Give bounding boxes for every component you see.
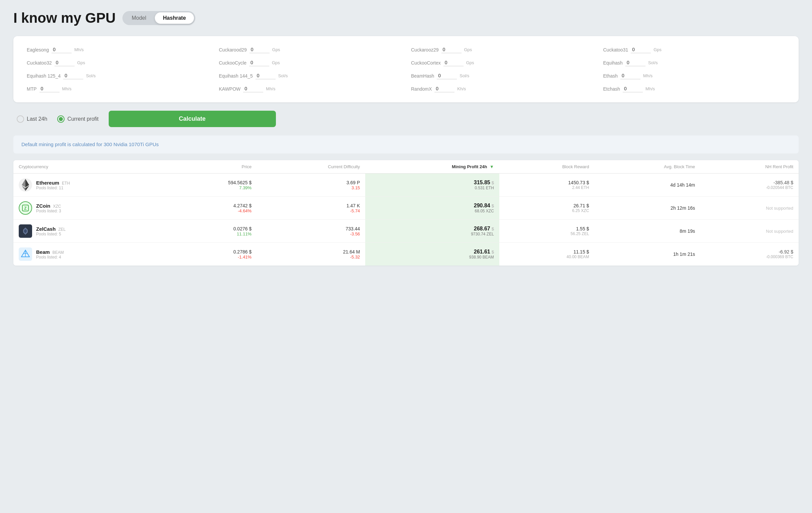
price-main: 594.5625 $	[176, 180, 252, 185]
last24h-radio-outer[interactable]	[17, 115, 24, 123]
calculate-button[interactable]: Calculate	[109, 111, 276, 127]
price-main: 0.0276 $	[176, 226, 252, 231]
model-toggle-btn[interactable]: Model	[124, 12, 154, 24]
hashrate-input-beamhash[interactable]	[437, 72, 457, 79]
hashrate-unit: Mh/s	[62, 86, 71, 91]
block-sub: 6.25 XZC	[505, 208, 589, 213]
hashrate-unit: Kh/s	[457, 86, 466, 91]
hashrate-item: Equihash 144_5 Sol/s	[219, 72, 401, 79]
svg-text:Z: Z	[24, 206, 26, 211]
block-reward-cell: 26.71 $ 6.25 XZC	[499, 197, 594, 220]
hashrate-unit: Gps	[466, 60, 474, 65]
hashrate-unit: Sol/s	[86, 73, 96, 78]
col-price: Price	[170, 160, 257, 174]
current-profit-radio-outer[interactable]	[57, 115, 64, 123]
block-time-cell: 1h 1m 21s	[594, 243, 700, 266]
zcoin-icon: Z	[19, 201, 32, 215]
hashrate-label: Equihash 144_5	[219, 73, 253, 79]
current-profit-radio[interactable]: Current profit	[57, 115, 98, 123]
coin-name: ZCoin	[36, 203, 51, 209]
nh-profit-cell: Not supported	[700, 197, 799, 220]
hashrate-input-randomx[interactable]	[434, 85, 455, 92]
eth-icon	[19, 178, 32, 192]
coin-ticker: XZC	[53, 204, 61, 209]
block-time: 4d 14h 14m	[670, 182, 695, 188]
profit-sub: 938.90 BEAM	[371, 255, 494, 259]
hashrate-item: Cuckatoo32 Gps	[27, 59, 209, 66]
hashrate-label: CuckooCortex	[411, 60, 441, 65]
coin-pools: Pools listed: 11	[36, 186, 70, 190]
hashrate-input-ethash[interactable]	[620, 72, 640, 79]
col-block-time: Avg. Block Time	[594, 160, 700, 174]
hashrate-input-cuckoocortex[interactable]	[443, 59, 464, 66]
page-header: I know my GPU Model Hashrate	[13, 10, 799, 26]
nh-not-supported: Not supported	[766, 206, 793, 211]
block-time: 8m 19s	[679, 228, 695, 234]
hashrate-input-etchash[interactable]	[623, 85, 643, 92]
hashrate-input-eaglesong[interactable]	[52, 46, 71, 53]
difficulty-cell: 733.44 -3.56	[257, 220, 365, 243]
hashrate-input-equihash[interactable]	[626, 59, 645, 66]
coin-cell: Ethereum ETH Pools listed: 11	[13, 174, 170, 197]
price-main: 0.2786 $	[176, 249, 252, 255]
coin-name: ZelCash	[36, 226, 56, 232]
difficulty-change: -3.56	[262, 231, 360, 236]
hashrate-input-cuckoocycle[interactable]	[249, 59, 269, 66]
hashrate-label: MTP	[27, 86, 37, 92]
hashrate-input-cuckarooz29[interactable]	[441, 46, 462, 53]
hashrate-unit: Mh/s	[645, 86, 655, 91]
hashrate-label: Equihash 125_4	[27, 73, 61, 79]
hashrate-input-cuckarood29[interactable]	[250, 46, 269, 53]
page-title: I know my GPU	[13, 10, 116, 26]
col-nh-profit: NH Rent Profit	[700, 160, 799, 174]
col-difficulty: Current Difficulty	[257, 160, 365, 174]
hashrate-input-equihash-144_5[interactable]	[256, 72, 276, 79]
hashrate-input-mtp[interactable]	[39, 85, 60, 92]
profit-cell: 290.84 $ 68.05 XZC	[365, 197, 499, 220]
current-profit-label: Current profit	[67, 116, 98, 122]
profit-main: 290.84	[474, 203, 490, 208]
hashrate-item: MTP Mh/s	[27, 85, 209, 92]
price-change: 7.39%	[176, 185, 252, 190]
hashrate-item: CuckooCortex Gps	[411, 59, 593, 66]
hashrate-unit: Gps	[272, 60, 280, 65]
block-sub: 56.25 ZEL	[505, 231, 589, 236]
hashrate-item: Etchash Mh/s	[603, 85, 786, 92]
info-banner-text: Default mining profit is calculated for …	[21, 141, 158, 147]
hashrate-item: CuckooCycle Gps	[219, 59, 401, 66]
nh-not-supported: Not supported	[766, 229, 793, 234]
hashrate-item: Eaglesong Mh/s	[27, 46, 209, 53]
info-banner: Default mining profit is calculated for …	[13, 136, 799, 153]
hashrate-label: Cuckatoo31	[603, 47, 629, 53]
col-block-reward: Block Reward	[499, 160, 594, 174]
hashrate-unit: Sol/s	[460, 73, 469, 78]
coin-ticker: ZEL	[58, 227, 65, 232]
table-row: ZelCash ZEL Pools listed: 5 0.0276 $ 11.…	[13, 220, 799, 243]
hashrate-unit: Gps	[464, 47, 472, 52]
hashrate-label: Equihash	[603, 60, 623, 65]
difficulty-cell: 3.69 P 3.15	[257, 174, 365, 197]
table-row: Ethereum ETH Pools listed: 11 594.5625 $…	[13, 174, 799, 197]
difficulty-change: 3.15	[262, 185, 360, 190]
hashrate-input-kawpow[interactable]	[243, 85, 263, 92]
hashrate-input-cuckatoo31[interactable]	[631, 46, 651, 53]
hashrate-label: Etchash	[603, 86, 620, 92]
hashrate-toggle-btn[interactable]: Hashrate	[155, 12, 194, 24]
hashrate-item: Equihash Sol/s	[603, 59, 786, 66]
hashrate-label: Cuckarood29	[219, 47, 247, 53]
nh-sub: -0.020544 BTC	[706, 185, 793, 190]
hashrate-label: CuckooCycle	[219, 60, 246, 65]
table-header-row: Cryptocurrency Price Current Difficulty …	[13, 160, 799, 174]
hashrate-item: Cuckarooz29 Gps	[411, 46, 593, 53]
coin-ticker: ETH	[62, 181, 70, 186]
profit-cell: 261.61 $ 938.90 BEAM	[365, 243, 499, 266]
hashrate-unit: Gps	[272, 47, 280, 52]
hashrate-label: Cuckarooz29	[411, 47, 439, 53]
controls-row: Last 24h Current profit Calculate	[13, 111, 799, 127]
block-reward-cell: 1.55 $ 56.25 ZEL	[499, 220, 594, 243]
col-profit[interactable]: Mining Profit 24h ▼	[365, 160, 499, 174]
hashrate-input-cuckatoo32[interactable]	[55, 59, 75, 66]
last24h-radio[interactable]: Last 24h	[17, 115, 47, 123]
block-time: 2h 12m 16s	[670, 205, 695, 211]
hashrate-input-equihash-125_4[interactable]	[63, 72, 83, 79]
